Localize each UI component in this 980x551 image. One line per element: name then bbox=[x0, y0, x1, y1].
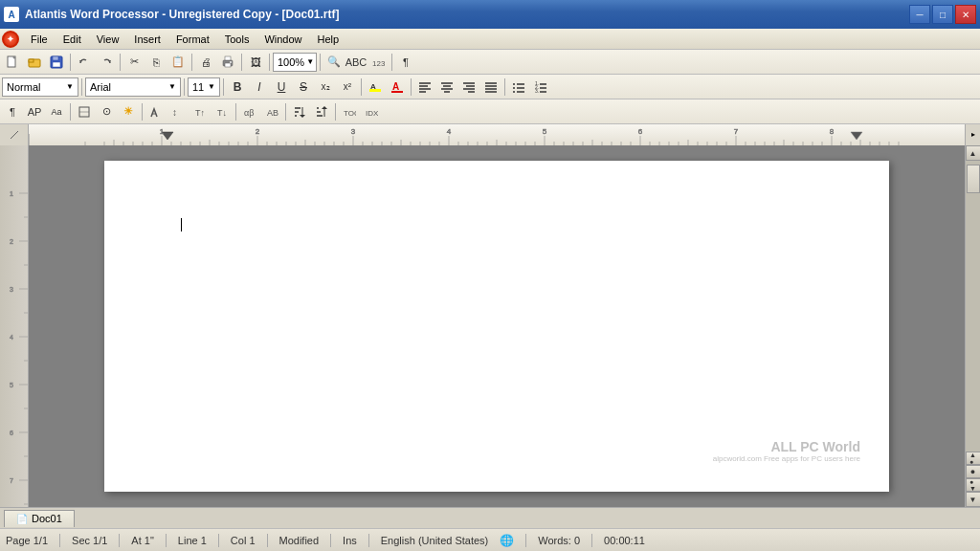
svg-text:4: 4 bbox=[447, 127, 452, 136]
page[interactable]: ALL PC World alpcworld.com Free apps for… bbox=[104, 161, 889, 492]
menu-format[interactable]: Format bbox=[168, 29, 217, 49]
scroll-page-up-button[interactable]: ▲● bbox=[966, 452, 981, 465]
subscript-button[interactable]: x₂ bbox=[315, 77, 336, 98]
svg-text:123: 123 bbox=[372, 59, 385, 68]
toolbar3-btn6[interactable]: ☀ bbox=[118, 101, 139, 122]
sep12 bbox=[411, 78, 412, 96]
menu-tools[interactable]: Tools bbox=[217, 29, 257, 49]
app-icon: A bbox=[4, 7, 19, 22]
font-size-dropdown[interactable]: 11 ▼ bbox=[188, 77, 220, 97]
menu-view[interactable]: View bbox=[89, 29, 127, 49]
status-time: 00:00:11 bbox=[604, 535, 645, 546]
sep6 bbox=[320, 54, 321, 71]
svg-text:1: 1 bbox=[160, 127, 165, 136]
cut-button[interactable]: ✂ bbox=[123, 52, 145, 73]
toolbar3-btn10[interactable]: T↓ bbox=[212, 101, 233, 122]
insert-image-button[interactable]: 🖼 bbox=[245, 52, 266, 73]
sep18 bbox=[335, 103, 336, 121]
menu-insert[interactable]: Insert bbox=[126, 29, 168, 49]
undo-button[interactable] bbox=[74, 52, 95, 73]
svg-rect-5 bbox=[53, 62, 60, 67]
scroll-down-button[interactable]: ▼ bbox=[966, 492, 981, 507]
svg-marker-57 bbox=[300, 115, 305, 118]
toolbar3-sort[interactable] bbox=[289, 101, 310, 122]
menu-file[interactable]: File bbox=[23, 29, 56, 49]
ruler-corner bbox=[0, 124, 29, 145]
font-color-button[interactable]: A bbox=[387, 77, 408, 98]
paste-button[interactable]: 📋 bbox=[167, 52, 189, 73]
svg-point-34 bbox=[513, 87, 515, 89]
ordered-list-button[interactable]: 1.2.3. bbox=[530, 77, 551, 98]
align-center-button[interactable] bbox=[436, 77, 457, 98]
sep1 bbox=[70, 54, 71, 71]
superscript-button[interactable]: x² bbox=[337, 77, 358, 98]
svg-text:A: A bbox=[370, 82, 376, 91]
svg-marker-62 bbox=[322, 106, 327, 109]
doc-tab[interactable]: 📄 Doc01 bbox=[4, 510, 75, 527]
paragraph-btn[interactable]: ¶ bbox=[2, 101, 23, 122]
sep3 bbox=[191, 54, 192, 71]
toolbar3-idx[interactable]: IDX bbox=[361, 101, 382, 122]
new-button[interactable] bbox=[2, 52, 23, 73]
toolbar3-btn3[interactable]: Aa bbox=[46, 101, 67, 122]
justify-button[interactable] bbox=[480, 77, 501, 98]
close-button[interactable]: ✕ bbox=[955, 5, 976, 24]
status-sep4 bbox=[218, 534, 219, 547]
svg-text:A: A bbox=[392, 81, 399, 92]
align-right-button[interactable] bbox=[458, 77, 479, 98]
style-dropdown[interactable]: Normal ▼ bbox=[2, 77, 78, 97]
word-count-button[interactable]: 123 bbox=[368, 52, 389, 73]
print-button[interactable] bbox=[217, 52, 238, 73]
toolbar3-btn5[interactable]: ⊙ bbox=[96, 101, 117, 122]
scroll-extra-buttons: ▲● ● ●▼ bbox=[966, 452, 981, 492]
font-dropdown[interactable]: Arial ▼ bbox=[85, 77, 181, 97]
menu-bar: ✦ File Edit View Insert Format Tools Win… bbox=[0, 29, 980, 50]
sep13 bbox=[504, 78, 505, 96]
menu-help[interactable]: Help bbox=[310, 29, 347, 49]
status-sep5 bbox=[267, 534, 268, 547]
doc-tab-name: Doc01 bbox=[32, 513, 62, 524]
bold-button[interactable]: B bbox=[227, 77, 248, 98]
minimize-button[interactable]: ─ bbox=[909, 5, 930, 24]
zoom-dropdown[interactable]: 100% ▼ bbox=[273, 53, 317, 72]
restore-button[interactable]: □ bbox=[932, 5, 953, 24]
open-button[interactable] bbox=[24, 52, 45, 73]
copy-button[interactable]: ⎘ bbox=[145, 52, 167, 73]
scroll-up-button[interactable]: ▲ bbox=[966, 145, 981, 161]
toolbar3-btn8[interactable]: ↕ bbox=[167, 101, 189, 122]
sep2 bbox=[120, 54, 121, 71]
menu-window[interactable]: Window bbox=[256, 29, 309, 49]
toolbar3-btn2[interactable]: AP bbox=[24, 101, 45, 122]
align-left-button[interactable] bbox=[414, 77, 435, 98]
ruler-right-btn[interactable]: ▸ bbox=[965, 124, 980, 145]
underline-button[interactable]: U bbox=[271, 77, 292, 98]
paragraph-marks-button[interactable]: ¶ bbox=[395, 52, 416, 73]
italic-button[interactable]: I bbox=[249, 77, 270, 98]
toolbar3-sort2[interactable] bbox=[311, 101, 332, 122]
document-area[interactable]: ALL PC World alpcworld.com Free apps for… bbox=[29, 145, 965, 507]
find-button[interactable]: 🔍 bbox=[323, 52, 345, 73]
svg-text:7: 7 bbox=[734, 127, 739, 136]
print-preview-button[interactable]: 🖨 bbox=[195, 52, 216, 73]
save-button[interactable] bbox=[46, 52, 67, 73]
redo-button[interactable] bbox=[96, 52, 117, 73]
sep9 bbox=[184, 78, 185, 96]
spell-button[interactable]: ABC bbox=[345, 52, 367, 73]
menu-edit[interactable]: Edit bbox=[56, 29, 89, 49]
unordered-list-button[interactable] bbox=[508, 77, 529, 98]
toolbar3-toc[interactable]: TOC bbox=[339, 101, 360, 122]
status-line: Line 1 bbox=[178, 535, 207, 546]
strikethrough-button[interactable]: S bbox=[293, 77, 314, 98]
scroll-page-down-button[interactable]: ●▼ bbox=[966, 478, 981, 492]
toolbar3-special2[interactable]: ΑΒ bbox=[261, 101, 282, 122]
scroll-thumb[interactable] bbox=[967, 165, 980, 193]
toolbar3-btn4[interactable] bbox=[74, 101, 95, 122]
highlight-button[interactable]: A bbox=[365, 77, 386, 98]
scroll-page-dot-button[interactable]: ● bbox=[966, 465, 981, 478]
sep16 bbox=[235, 103, 236, 121]
scroll-track[interactable] bbox=[966, 161, 981, 452]
font-arrow-icon: ▼ bbox=[168, 82, 176, 91]
toolbar3-btn9[interactable]: T↑ bbox=[189, 101, 211, 122]
toolbar3-special1[interactable]: αβ bbox=[239, 101, 260, 122]
toolbar3-btn7[interactable] bbox=[145, 101, 167, 122]
